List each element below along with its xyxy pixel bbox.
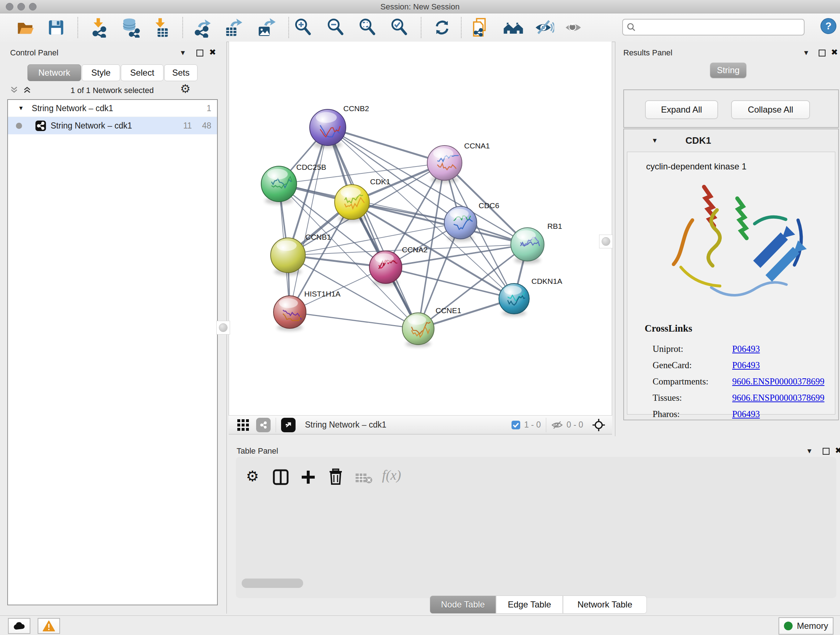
status-bar: Memory <box>0 616 840 635</box>
expand-all-button[interactable]: Expand All <box>645 100 718 119</box>
network-view-canvas[interactable]: CCNB2CCNA1CDC25BCDK1CDC6RB1CCNB1CCNA2CDK… <box>229 42 612 415</box>
close-panel-icon[interactable]: ✖ <box>209 48 216 57</box>
network-node-rb1[interactable] <box>511 228 544 264</box>
hidden-eye-icon[interactable] <box>551 420 563 430</box>
crosshair-icon[interactable] <box>592 418 606 432</box>
maximize-panel-icon[interactable] <box>819 50 826 57</box>
import-database-button[interactable] <box>119 16 143 40</box>
maximize-panel-icon[interactable] <box>196 50 203 57</box>
tab-edge-table[interactable]: Edge Table <box>496 595 563 614</box>
cloud-icon <box>13 622 25 630</box>
crosslink-link[interactable]: 9606.ENSP00000378699 <box>732 377 824 386</box>
tab-network[interactable]: Network <box>27 65 81 81</box>
memory-status-dot <box>784 622 793 630</box>
crosslink-link[interactable]: P06493 <box>732 409 760 419</box>
close-panel-icon[interactable]: ✖ <box>835 446 840 455</box>
network-node-cdc6[interactable] <box>444 206 477 241</box>
horizontal-scrollbar-thumb[interactable] <box>242 578 303 588</box>
tab-network-table[interactable]: Network Table <box>563 595 647 614</box>
search-box[interactable] <box>622 19 805 35</box>
export-network-button[interactable] <box>190 16 214 40</box>
zoom-selected-button[interactable] <box>387 16 411 40</box>
node-count: 11 <box>183 121 192 131</box>
grid-mode-icon[interactable] <box>237 418 249 432</box>
network-edge[interactable] <box>290 312 418 329</box>
crosslink-row: GeneCard:P06493 <box>653 360 835 371</box>
float-panel-icon[interactable]: ▼ <box>806 447 813 455</box>
import-network-button[interactable] <box>87 16 111 40</box>
save-session-button[interactable] <box>44 16 68 40</box>
zoom-out-button[interactable] <box>324 16 347 40</box>
zoom-in-icon <box>293 17 313 38</box>
network-svg: CCNB2CCNA1CDC25BCDK1CDC6RB1CCNB1CCNA2CDK… <box>229 42 612 415</box>
network-node-cdc25b[interactable] <box>261 166 297 204</box>
add-column-icon[interactable] <box>300 469 316 485</box>
table-gear-icon[interactable]: ⚙ <box>246 468 259 485</box>
toolbar-separator <box>276 418 276 432</box>
database-icon <box>121 17 141 38</box>
zoom-in-button[interactable] <box>291 16 315 40</box>
table-panel-title: Table Panel <box>237 447 278 456</box>
birds-eye-view-icon[interactable] <box>281 418 295 432</box>
share-view-icon[interactable] <box>256 418 271 432</box>
string-copy-network-button[interactable] <box>469 16 493 40</box>
button-label: Collapse All <box>748 105 793 115</box>
collapse-arrow-icon[interactable]: ▼ <box>18 105 24 111</box>
network-node-ccnb1[interactable] <box>271 238 305 275</box>
show-panels-button[interactable] <box>562 16 586 40</box>
float-panel-icon[interactable]: ▼ <box>803 49 810 57</box>
network-node-ccne1[interactable] <box>402 313 434 347</box>
collapse-arrow-icon[interactable]: ▼ <box>652 137 658 144</box>
network-node-cdkn1a[interactable] <box>499 283 529 316</box>
home-button[interactable] <box>501 16 525 40</box>
export-image-button[interactable] <box>254 16 278 40</box>
protein-section-header[interactable]: ▼ CDK1 <box>624 129 838 152</box>
tab-sets[interactable]: Sets <box>164 65 197 81</box>
delete-column-icon[interactable] <box>328 469 344 485</box>
refresh-button[interactable] <box>430 16 454 40</box>
zoom-out-icon <box>325 17 346 38</box>
import-table-button[interactable] <box>149 16 173 40</box>
network-row-selected[interactable]: String Network – cdk1 11 48 <box>8 117 217 134</box>
crosslink-link[interactable]: P06493 <box>732 344 760 354</box>
tab-style[interactable]: Style <box>82 65 120 81</box>
crosslink-link[interactable]: 9606.ENSP00000378699 <box>732 393 824 403</box>
crosslinks-heading: CrossLinks <box>627 310 835 334</box>
tab-string[interactable]: String <box>710 63 746 78</box>
eye-slash-icon <box>534 17 554 38</box>
crosslink-label: Uniprot: <box>653 344 732 354</box>
zoom-fit-button[interactable] <box>355 16 379 40</box>
export-table-button[interactable] <box>221 16 245 40</box>
hide-panels-button[interactable] <box>532 16 556 40</box>
warnings-button[interactable] <box>38 618 60 634</box>
share-network-icon <box>35 120 46 131</box>
network-edge[interactable] <box>328 127 418 329</box>
tab-label: String <box>717 65 740 75</box>
right-splitter-handle[interactable] <box>599 234 613 249</box>
toolbar-separator <box>77 17 78 38</box>
maximize-panel-icon[interactable] <box>823 448 829 455</box>
open-file-button[interactable] <box>13 16 37 40</box>
network-edge[interactable] <box>290 127 328 312</box>
memory-button[interactable]: Memory <box>778 617 834 635</box>
cloud-status-button[interactable] <box>8 618 30 634</box>
gear-icon[interactable]: ⚙ <box>180 82 191 96</box>
table-tabs: Node Table Edge Table Network Table <box>430 595 647 614</box>
search-input[interactable] <box>639 22 804 32</box>
control-panel-title: Control Panel <box>10 48 58 57</box>
columns-icon[interactable] <box>273 469 289 485</box>
network-node-hist1h1a[interactable] <box>273 296 306 331</box>
close-panel-icon[interactable]: ✖ <box>831 48 838 57</box>
tab-node-table[interactable]: Node Table <box>430 595 496 614</box>
memory-label: Memory <box>797 621 829 631</box>
crosslink-link[interactable]: P06493 <box>732 360 760 371</box>
tab-select[interactable]: Select <box>121 65 164 81</box>
float-panel-icon[interactable]: ▼ <box>180 49 186 57</box>
network-node-ccna1[interactable] <box>427 146 462 183</box>
left-splitter-handle[interactable] <box>216 321 230 334</box>
tab-label: Select <box>130 68 155 78</box>
help-button[interactable]: ? <box>820 17 837 36</box>
selected-checkbox-icon[interactable] <box>511 420 521 430</box>
network-collection-row[interactable]: ▼ String Network – cdk1 1 <box>8 100 217 117</box>
collapse-all-button[interactable]: Collapse All <box>731 100 810 119</box>
